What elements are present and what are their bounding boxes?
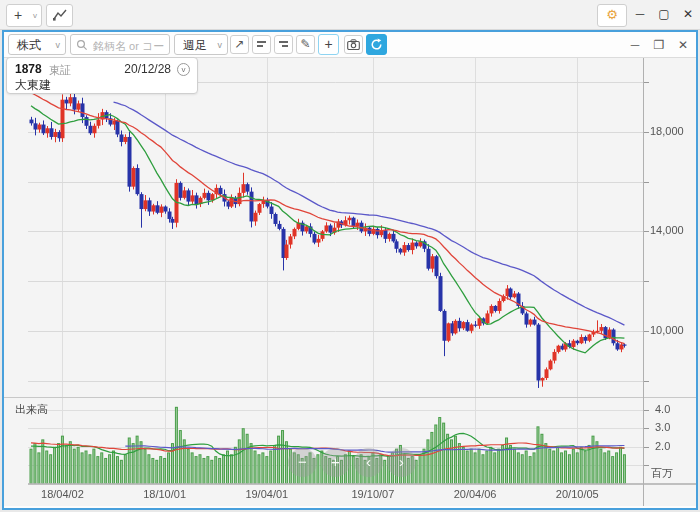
refresh-icon xyxy=(370,38,383,51)
instrument-type-select[interactable]: 株式 v xyxy=(8,34,66,55)
date-axis-label: 19/04/01 xyxy=(245,488,288,500)
chevron-down-icon: v xyxy=(56,35,61,55)
volume-axis-label: 4.0 xyxy=(655,403,670,415)
symbol-code: 1878 xyxy=(15,62,42,76)
symbol-search-input[interactable] xyxy=(91,36,169,55)
indicator-list-button[interactable] xyxy=(252,35,271,54)
symbol-info-box[interactable]: 1878 東証 20/12/28 v 大東建 xyxy=(6,57,198,94)
refresh-button[interactable] xyxy=(366,34,387,55)
search-icon xyxy=(76,39,88,51)
pan-left-button[interactable]: ‹ xyxy=(354,448,383,477)
application-window: + v ⚙ ─ ▢ ✕ 株式 v 週足 v ↗ xyxy=(0,0,700,512)
volume-pane-title: 出来高 xyxy=(15,402,48,417)
draw-tool-button[interactable]: ✎ xyxy=(296,35,315,54)
zoom-in-button[interactable]: + xyxy=(321,448,350,477)
volume-unit-label: 百万 xyxy=(651,466,673,481)
date-axis-label: 18/10/01 xyxy=(143,488,186,500)
chevron-down-icon: v xyxy=(218,35,223,55)
volume-axis-label: 3.0 xyxy=(655,421,670,433)
arrow-up-right-icon: ↗ xyxy=(234,37,244,51)
screenshot-button[interactable] xyxy=(344,35,363,54)
date-axis-label: 18/04/02 xyxy=(41,488,84,500)
zoom-out-button[interactable]: − xyxy=(288,448,317,477)
timeframe-select[interactable]: 週足 v xyxy=(174,34,228,55)
exchange-label: 東証 xyxy=(49,63,71,78)
pan-right-button[interactable]: › xyxy=(387,448,416,477)
circle-chevron-down-icon[interactable]: v xyxy=(177,63,190,76)
symbol-name: 大東建 xyxy=(15,77,51,94)
date-axis-label: 20/04/06 xyxy=(454,488,497,500)
price-axis-label: 14,000 xyxy=(650,224,684,236)
comparison-list-button[interactable] xyxy=(274,35,293,54)
volume-axis-label: 2.0 xyxy=(655,440,670,452)
plus-icon: + xyxy=(324,36,332,52)
trendline-draw-button[interactable]: ↗ xyxy=(230,35,249,54)
date-axis-label: 19/10/07 xyxy=(351,488,394,500)
timeframe-value: 週足 xyxy=(183,38,207,52)
camera-icon xyxy=(347,39,360,50)
pencil-icon: ✎ xyxy=(300,37,310,51)
add-indicator-button[interactable]: + xyxy=(318,34,339,55)
instrument-type-value: 株式 xyxy=(17,38,41,52)
date-axis-label: 20/10/05 xyxy=(556,488,599,500)
symbol-search-box[interactable] xyxy=(70,34,170,55)
price-axis-label: 18,000 xyxy=(650,125,684,137)
price-axis-label: 10,000 xyxy=(650,324,684,336)
quote-date: 20/12/28 xyxy=(124,62,171,76)
